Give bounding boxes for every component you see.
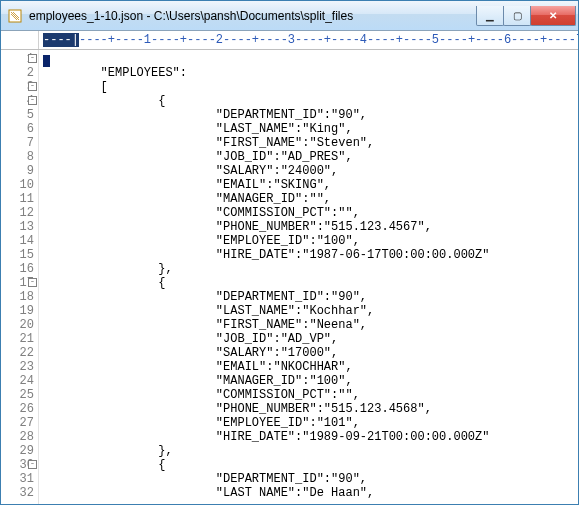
- code-line[interactable]: "LAST_NAME":"King",: [43, 122, 578, 136]
- code-line[interactable]: {: [43, 276, 578, 290]
- code-line[interactable]: "HIRE_DATE":"1987-06-17T00:00:00.000Z": [43, 248, 578, 262]
- code-text: [: [43, 80, 108, 94]
- line-number: 31: [1, 472, 36, 486]
- code-text: },: [43, 262, 173, 276]
- code-line[interactable]: "FIRST_NAME":"Neena",: [43, 318, 578, 332]
- code-line[interactable]: {: [43, 94, 578, 108]
- code-line[interactable]: [43, 52, 578, 66]
- line-number: 27: [1, 416, 36, 430]
- line-number: 13: [1, 220, 36, 234]
- code-line[interactable]: "MANAGER_ID":"100",: [43, 374, 578, 388]
- code-line[interactable]: "LAST_NAME":"Kochhar",: [43, 304, 578, 318]
- code-text: "EMPLOYEE_ID":"100",: [43, 234, 360, 248]
- code-line[interactable]: "PHONE_NUMBER":"515.123.4567",: [43, 220, 578, 234]
- line-number: 32: [1, 486, 36, 500]
- code-line[interactable]: "COMMISSION_PCT":"",: [43, 388, 578, 402]
- code-line[interactable]: "EMAIL":"SKING",: [43, 178, 578, 192]
- fold-toggle-icon[interactable]: -: [28, 82, 37, 91]
- line-number: 7: [1, 136, 36, 150]
- line-number: 30-: [1, 458, 36, 472]
- line-number: 21: [1, 332, 36, 346]
- line-number: 11: [1, 192, 36, 206]
- code-text: "JOB_ID":"AD_PRES",: [43, 150, 353, 164]
- line-number: 12: [1, 206, 36, 220]
- code-line[interactable]: "JOB_ID":"AD_VP",: [43, 332, 578, 346]
- code-line[interactable]: "DEPARTMENT_ID":"90",: [43, 108, 578, 122]
- code-line[interactable]: "EMPLOYEE_ID":"100",: [43, 234, 578, 248]
- line-number: 6: [1, 122, 36, 136]
- code-line[interactable]: },: [43, 262, 578, 276]
- minimize-button[interactable]: ▁: [476, 6, 504, 26]
- line-number: 26: [1, 402, 36, 416]
- fold-toggle-icon[interactable]: -: [28, 460, 37, 469]
- line-number: 10: [1, 178, 36, 192]
- code-text: "DEPARTMENT_ID":"90",: [43, 290, 367, 304]
- code-line[interactable]: "COMMISSION_PCT":"",: [43, 206, 578, 220]
- code-line[interactable]: "HIRE_DATE":"1989-09-21T00:00:00.000Z": [43, 430, 578, 444]
- code-line[interactable]: "SALARY":"17000",: [43, 346, 578, 360]
- code-text: "EMAIL":"NKOCHHAR",: [43, 360, 353, 374]
- code-line[interactable]: "LAST NAME":"De Haan",: [43, 486, 578, 500]
- app-icon: [7, 8, 23, 24]
- code-text: "EMPLOYEE_ID":"101",: [43, 416, 360, 430]
- code-line[interactable]: "JOB_ID":"AD_PRES",: [43, 150, 578, 164]
- fold-toggle-icon[interactable]: -: [28, 54, 37, 63]
- code-line[interactable]: "MANAGER_ID":"",: [43, 192, 578, 206]
- code-line[interactable]: "SALARY":"24000",: [43, 164, 578, 178]
- line-number: 5: [1, 108, 36, 122]
- code-line[interactable]: [: [43, 80, 578, 94]
- code-text: },: [43, 444, 173, 458]
- code-text: "FIRST_NAME":"Neena",: [43, 318, 367, 332]
- code-text: "LAST_NAME":"King",: [43, 122, 353, 136]
- maximize-button[interactable]: ▢: [503, 6, 531, 26]
- code-text: "COMMISSION_PCT":"",: [43, 388, 360, 402]
- text-cursor: [43, 55, 50, 67]
- fold-toggle-icon[interactable]: -: [28, 278, 37, 287]
- line-number: 28: [1, 430, 36, 444]
- code-text: {: [43, 276, 165, 290]
- line-number: 25: [1, 388, 36, 402]
- line-number: 20: [1, 318, 36, 332]
- code-text: "HIRE_DATE":"1989-09-21T00:00:00.000Z": [43, 430, 489, 444]
- close-button[interactable]: ✕: [530, 6, 576, 26]
- code-line[interactable]: "PHONE_NUMBER":"515.123.4568",: [43, 402, 578, 416]
- line-number-gutter: 1-23-4-567891011121314151617-18192021222…: [1, 50, 39, 504]
- code-text: "DEPARTMENT_ID":"90",: [43, 472, 367, 486]
- code-text: "MANAGER_ID":"100",: [43, 374, 353, 388]
- ruler: ----|----+----1----+----2----+----3----+…: [1, 31, 578, 50]
- code-text: "SALARY":"17000",: [43, 346, 338, 360]
- code-text: "PHONE_NUMBER":"515.123.4568",: [43, 402, 432, 416]
- code-line[interactable]: {: [43, 458, 578, 472]
- titlebar[interactable]: employees_1-10.json - C:\Users\pansh\Doc…: [1, 1, 578, 31]
- line-number: 18: [1, 290, 36, 304]
- code-line[interactable]: "EMAIL":"NKOCHHAR",: [43, 360, 578, 374]
- code-text: "HIRE_DATE":"1987-06-17T00:00:00.000Z": [43, 248, 489, 262]
- line-number: 16: [1, 262, 36, 276]
- line-number: 23: [1, 360, 36, 374]
- line-number: 8: [1, 150, 36, 164]
- code-line[interactable]: "FIRST_NAME":"Steven",: [43, 136, 578, 150]
- code-line[interactable]: "DEPARTMENT_ID":"90",: [43, 472, 578, 486]
- code-text: "LAST_NAME":"Kochhar",: [43, 304, 374, 318]
- code-text: {: [43, 458, 165, 472]
- code-line[interactable]: "EMPLOYEE_ID":"101",: [43, 416, 578, 430]
- code-text: "MANAGER_ID":"",: [43, 192, 331, 206]
- code-text: {: [43, 94, 165, 108]
- line-number: 4-: [1, 94, 36, 108]
- code-text: "EMAIL":"SKING",: [43, 178, 331, 192]
- code-line[interactable]: "EMPLOYEES":: [43, 66, 578, 80]
- code-line[interactable]: "DEPARTMENT_ID":"90",: [43, 290, 578, 304]
- editor-window: employees_1-10.json - C:\Users\pansh\Doc…: [0, 0, 579, 505]
- line-number: 2: [1, 66, 36, 80]
- code-text: "FIRST_NAME":"Steven",: [43, 136, 374, 150]
- editor-area[interactable]: 1-23-4-567891011121314151617-18192021222…: [1, 50, 578, 504]
- line-number: 19: [1, 304, 36, 318]
- line-number: 1-: [1, 52, 36, 66]
- code-text: "DEPARTMENT_ID":"90",: [43, 108, 367, 122]
- code-content[interactable]: "EMPLOYEES": [ { "DEPARTMENT_ID":"90", "…: [39, 50, 578, 504]
- line-number: 14: [1, 234, 36, 248]
- code-text: "EMPLOYEES":: [43, 66, 187, 80]
- code-line[interactable]: },: [43, 444, 578, 458]
- fold-toggle-icon[interactable]: -: [28, 96, 37, 105]
- line-number: 15: [1, 248, 36, 262]
